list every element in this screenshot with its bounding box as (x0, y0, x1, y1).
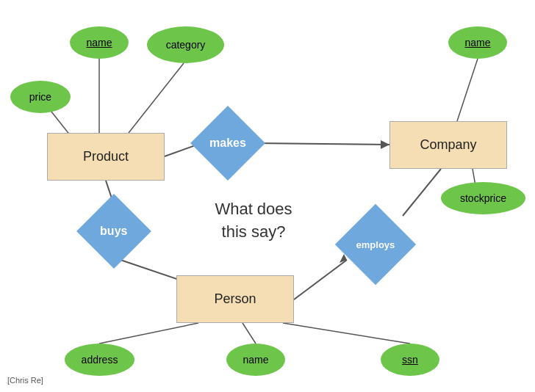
entity-product: Product (47, 133, 165, 181)
attribute-product-category: category (147, 26, 224, 63)
attribute-company-stockprice: stockprice (441, 182, 525, 214)
attribute-person-name: name (226, 344, 285, 376)
attribute-product-name: name (70, 26, 129, 59)
er-diagram: Product Company Person makes buys employ… (0, 0, 535, 392)
relationship-buys: buys (76, 194, 151, 269)
svg-line-11 (457, 59, 478, 121)
entity-company: Company (389, 121, 507, 169)
svg-marker-2 (381, 140, 389, 149)
relationship-employs: employs (335, 204, 416, 285)
relationship-makes: makes (190, 106, 265, 181)
attribute-person-ssn: ssn (381, 344, 439, 376)
svg-line-13 (99, 323, 198, 344)
attribute-person-address: address (65, 344, 134, 376)
svg-line-14 (243, 323, 256, 344)
credit-label: [Chris Re] (7, 376, 43, 385)
svg-line-1 (254, 143, 389, 145)
attribute-product-price: price (10, 81, 71, 113)
svg-line-5 (294, 260, 347, 300)
svg-line-7 (403, 169, 441, 216)
svg-line-9 (129, 63, 184, 133)
question-text: What doesthis say? (195, 198, 312, 244)
svg-line-15 (283, 323, 410, 344)
attribute-company-name: name (448, 26, 507, 59)
entity-person: Person (176, 275, 294, 323)
